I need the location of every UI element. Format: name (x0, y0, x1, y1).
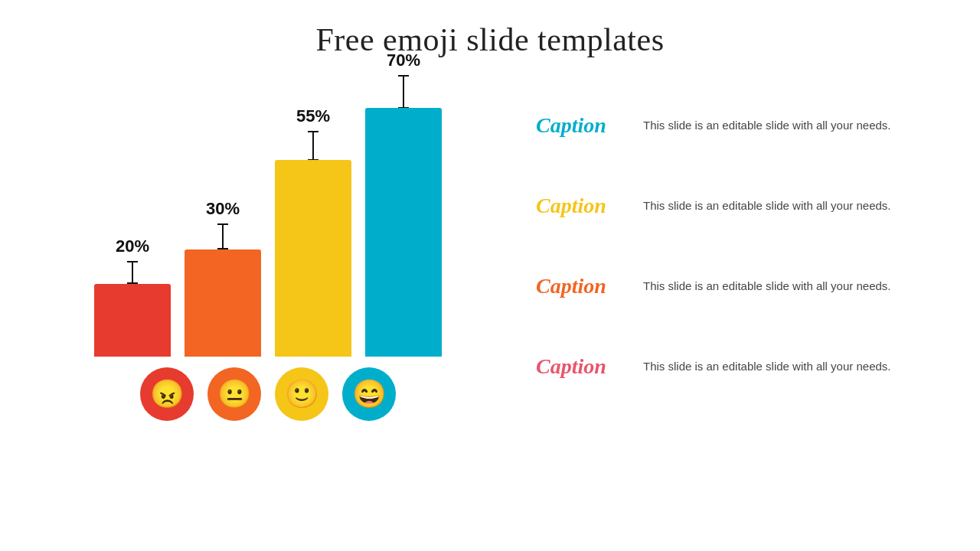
emojis-row: 😠😐🙂😄 (140, 367, 396, 421)
caption-text-0: This slide is an editable slide with all… (643, 119, 891, 132)
bar-group-1: 30% (185, 199, 261, 357)
caption-title-3: Caption (536, 354, 628, 379)
bar-group-3: 70% (365, 51, 442, 357)
error-bar-2 (312, 131, 314, 160)
caption-row-1: CaptionThis slide is an editable slide w… (536, 194, 934, 218)
slide: Free emoji slide templates 20%30%55%70% … (0, 0, 980, 551)
bar-rect-3 (365, 108, 442, 357)
bar-label-2: 55% (296, 106, 330, 126)
bars-container: 20%30%55%70% (94, 81, 442, 357)
emoji-circle-2: 🙂 (275, 367, 328, 421)
bar-group-2: 55% (275, 106, 351, 357)
caption-title-1: Caption (536, 194, 628, 218)
caption-row-3: CaptionThis slide is an editable slide w… (536, 354, 934, 379)
caption-text-2: This slide is an editable slide with all… (643, 279, 891, 292)
caption-row-2: CaptionThis slide is an editable slide w… (536, 274, 934, 298)
chart-section: 20%30%55%70% 😠😐🙂😄 (46, 81, 490, 421)
bar-label-0: 20% (116, 236, 149, 256)
bar-rect-1 (185, 249, 261, 357)
emoji-circle-0: 😠 (140, 367, 194, 421)
caption-title-2: Caption (536, 274, 628, 298)
emoji-circle-1: 😐 (207, 367, 261, 421)
emoji-circle-3: 😄 (342, 367, 396, 421)
caption-text-3: This slide is an editable slide with all… (643, 360, 891, 373)
caption-title-0: Caption (536, 113, 628, 138)
bar-rect-0 (94, 284, 171, 357)
content-area: 20%30%55%70% 😠😐🙂😄 CaptionThis slide is a… (0, 81, 980, 551)
bar-label-3: 70% (387, 51, 420, 70)
error-bar-1 (222, 223, 224, 249)
caption-row-0: CaptionThis slide is an editable slide w… (536, 113, 934, 138)
bar-label-1: 30% (206, 199, 240, 219)
error-bar-0 (132, 261, 133, 284)
captions-section: CaptionThis slide is an editable slide w… (490, 89, 934, 410)
error-bar-3 (403, 75, 404, 108)
bar-rect-2 (275, 160, 351, 357)
bar-group-0: 20% (94, 236, 171, 357)
caption-text-1: This slide is an editable slide with all… (643, 199, 891, 212)
